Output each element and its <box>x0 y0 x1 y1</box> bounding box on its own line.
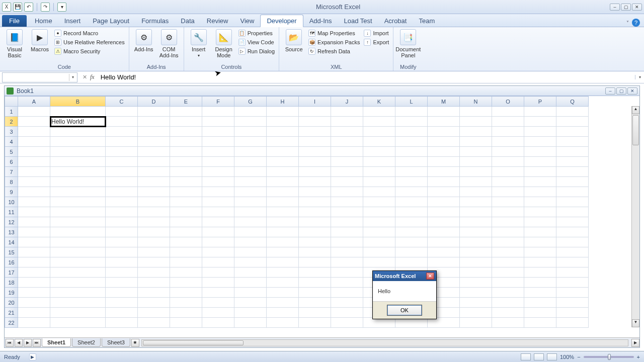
tab-review[interactable]: Review <box>201 15 234 27</box>
cell-I7[interactable] <box>299 167 331 177</box>
tab-acrobat[interactable]: Acrobat <box>378 15 413 27</box>
map-properties-button[interactable]: 🗺Map Properties <box>307 29 361 37</box>
cell-N22[interactable] <box>460 318 492 328</box>
vertical-scroll-thumb[interactable] <box>632 115 639 145</box>
column-header-A[interactable]: A <box>18 97 50 107</box>
cell-M14[interactable] <box>428 237 460 247</box>
cell-D4[interactable] <box>138 137 170 147</box>
row-header-9[interactable]: 9 <box>5 187 18 197</box>
cell-A4[interactable] <box>18 137 50 147</box>
cell-L10[interactable] <box>395 197 428 207</box>
column-header-P[interactable]: P <box>524 97 556 107</box>
cell-O8[interactable] <box>492 177 524 187</box>
cell-P6[interactable] <box>524 157 556 167</box>
cell-B15[interactable] <box>50 247 106 257</box>
cell-A11[interactable] <box>18 207 50 217</box>
name-box[interactable]: ▾ <box>2 72 77 82</box>
cell-P7[interactable] <box>524 167 556 177</box>
cell-O16[interactable] <box>492 257 524 267</box>
cell-E20[interactable] <box>170 298 202 308</box>
cell-F21[interactable] <box>202 308 234 318</box>
cell-L5[interactable] <box>395 147 428 157</box>
cell-H19[interactable] <box>267 288 299 298</box>
page-break-view-button[interactable] <box>547 353 557 360</box>
cell-N9[interactable] <box>460 187 492 197</box>
sheet-nav-last-icon[interactable]: ⏭ <box>33 339 41 347</box>
cell-L2[interactable] <box>395 117 428 127</box>
cell-E4[interactable] <box>170 137 202 147</box>
cell-E12[interactable] <box>170 217 202 227</box>
cell-A10[interactable] <box>18 197 50 207</box>
cell-A12[interactable] <box>18 217 50 227</box>
select-all-corner[interactable] <box>5 97 18 107</box>
cell-L1[interactable] <box>395 107 428 117</box>
cell-O1[interactable] <box>492 107 524 117</box>
cell-P22[interactable] <box>524 318 556 328</box>
cell-H15[interactable] <box>267 247 299 257</box>
cell-B10[interactable] <box>50 197 106 207</box>
cell-Q14[interactable] <box>556 237 589 247</box>
cell-Q16[interactable] <box>556 257 589 267</box>
cell-N16[interactable] <box>460 257 492 267</box>
column-header-H[interactable]: H <box>267 97 299 107</box>
cell-C12[interactable] <box>106 217 138 227</box>
cell-N3[interactable] <box>460 127 492 137</box>
cell-J16[interactable] <box>331 257 363 267</box>
tab-add-ins[interactable]: Add-Ins <box>303 15 338 27</box>
sheet-nav-next-icon[interactable]: ▶ <box>24 339 32 347</box>
cell-J11[interactable] <box>331 207 363 217</box>
cell-E3[interactable] <box>170 127 202 137</box>
row-header-5[interactable]: 5 <box>5 147 18 157</box>
cell-Q21[interactable] <box>556 308 589 318</box>
cell-B6[interactable] <box>50 157 106 167</box>
cell-J7[interactable] <box>331 167 363 177</box>
column-header-G[interactable]: G <box>234 97 267 107</box>
cell-H13[interactable] <box>267 227 299 237</box>
cell-F19[interactable] <box>202 288 234 298</box>
cell-C20[interactable] <box>106 298 138 308</box>
save-icon[interactable]: 💾 <box>13 3 22 12</box>
row-header-16[interactable]: 16 <box>5 257 18 267</box>
cell-F3[interactable] <box>202 127 234 137</box>
row-header-18[interactable]: 18 <box>5 278 18 288</box>
message-box-close-button[interactable]: ✕ <box>426 273 434 280</box>
cell-E7[interactable] <box>170 167 202 177</box>
cell-J13[interactable] <box>331 227 363 237</box>
cell-E14[interactable] <box>170 237 202 247</box>
cell-I2[interactable] <box>299 117 331 127</box>
cell-K4[interactable] <box>363 137 395 147</box>
row-header-2[interactable]: 2 <box>5 117 18 127</box>
cell-C14[interactable] <box>106 237 138 247</box>
cell-Q9[interactable] <box>556 187 589 197</box>
cell-C3[interactable] <box>106 127 138 137</box>
cell-F22[interactable] <box>202 318 234 328</box>
cell-Q22[interactable] <box>556 318 589 328</box>
cell-J3[interactable] <box>331 127 363 137</box>
cell-O5[interactable] <box>492 147 524 157</box>
scroll-up-icon[interactable]: ▲ <box>632 106 639 114</box>
cell-G7[interactable] <box>234 167 267 177</box>
cell-C7[interactable] <box>106 167 138 177</box>
cell-J20[interactable] <box>331 298 363 308</box>
cell-M13[interactable] <box>428 227 460 237</box>
cell-L12[interactable] <box>395 217 428 227</box>
cell-G20[interactable] <box>234 298 267 308</box>
cell-L15[interactable] <box>395 247 428 257</box>
cell-L7[interactable] <box>395 167 428 177</box>
cell-K5[interactable] <box>363 147 395 157</box>
cell-A15[interactable] <box>18 247 50 257</box>
cell-B7[interactable] <box>50 167 106 177</box>
expansion-packs-button[interactable]: 📦Expansion Packs <box>307 38 361 46</box>
cell-E10[interactable] <box>170 197 202 207</box>
design-mode-button[interactable]: 📐Design Mode <box>212 28 235 58</box>
cell-I13[interactable] <box>299 227 331 237</box>
column-header-M[interactable]: M <box>428 97 460 107</box>
cell-N15[interactable] <box>460 247 492 257</box>
zoom-slider[interactable] <box>584 356 634 358</box>
qat-customize-icon[interactable]: ▾ <box>57 3 66 12</box>
cell-P2[interactable] <box>524 117 556 127</box>
cell-J22[interactable] <box>331 318 363 328</box>
cell-P15[interactable] <box>524 247 556 257</box>
fx-icon[interactable]: fx <box>90 73 98 81</box>
cell-F13[interactable] <box>202 227 234 237</box>
